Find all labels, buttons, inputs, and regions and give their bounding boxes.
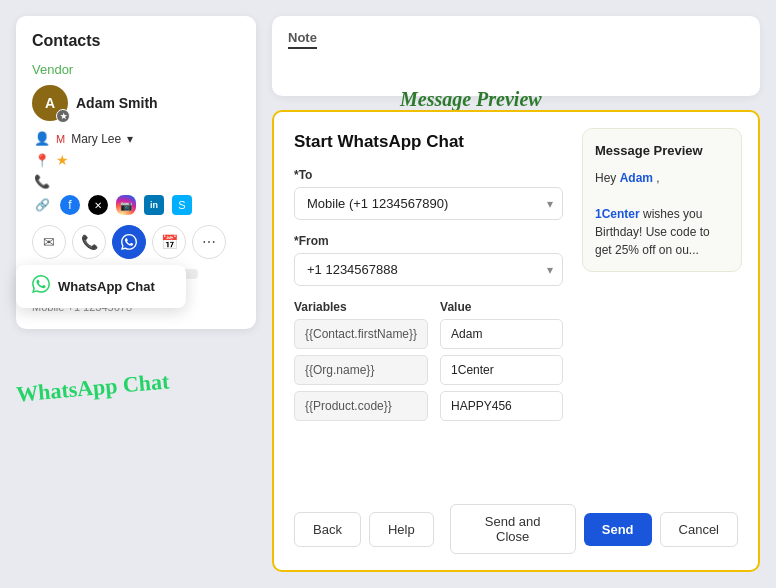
preview-name: Adam (620, 171, 653, 185)
value-col-header: Value (440, 300, 563, 314)
val-input-3[interactable] (440, 391, 563, 421)
twitter-icon[interactable]: ✕ (88, 195, 108, 215)
var-tag-1: {{Contact.firstName}} (294, 319, 428, 349)
avatar: A ★ (32, 85, 68, 121)
preview-panel-title: Message Preview (595, 141, 729, 161)
from-select[interactable]: +1 1234567888 (294, 253, 563, 286)
help-button[interactable]: Help (369, 512, 434, 547)
back-button[interactable]: Back (294, 512, 361, 547)
var-tag-3: {{Product.code}} (294, 391, 428, 421)
message-preview-panel: Message Preview Hey Adam , 1Center wishe… (582, 128, 742, 272)
mary-lee-row: 👤 M Mary Lee ▾ (32, 131, 240, 146)
to-label: *To (294, 168, 563, 182)
action-btn-3[interactable]: 📅 (152, 225, 186, 259)
to-select-wrapper: Mobile (+1 1234567890) ▾ (294, 187, 563, 220)
whatsapp-popup[interactable]: WhatsApp Chat (16, 265, 186, 308)
whatsapp-label-annotation: WhatsApp Chat (15, 368, 170, 407)
send-close-button[interactable]: Send and Close (450, 504, 576, 554)
from-select-wrapper: +1 1234567888 ▾ (294, 253, 563, 286)
action-btn-2[interactable]: 📞 (72, 225, 106, 259)
avatar-badge: ★ (56, 109, 70, 123)
preview-text: Hey Adam , 1Center wishes you Birthday! … (595, 169, 729, 259)
social-icons-row: 🔗 f ✕ 📷 in S (32, 195, 240, 215)
link-icon: 🔗 (32, 195, 52, 215)
dropdown-arrow: ▾ (127, 132, 133, 146)
variables-grid: Variables Value {{Contact.firstName}} {{… (294, 300, 563, 427)
cancel-button[interactable]: Cancel (660, 512, 738, 547)
val-input-1[interactable] (440, 319, 563, 349)
mary-lee-badge: M (56, 133, 65, 145)
from-label: *From (294, 234, 563, 248)
phone-icon: 📞 (34, 174, 50, 189)
person-icon: 👤 (34, 131, 50, 146)
skype-icon[interactable]: S (172, 195, 192, 215)
location-icon: 📍 (34, 153, 50, 168)
whatsapp-popup-text: WhatsApp Chat (58, 279, 155, 294)
instagram-icon[interactable]: 📷 (116, 195, 136, 215)
phone-row: 📞 (32, 174, 240, 189)
star-icon: ★ (56, 152, 69, 168)
location-row: 📍 ★ (32, 152, 240, 168)
modal-footer: Back Help Send and Close Send Cancel (294, 504, 738, 554)
preview-org: 1Center (595, 207, 640, 221)
contacts-title: Contacts (32, 32, 240, 50)
contact-row: A ★ Adam Smith (32, 85, 240, 121)
whatsapp-popup-icon (32, 275, 50, 298)
action-btn-whatsapp[interactable] (112, 225, 146, 259)
to-select[interactable]: Mobile (+1 1234567890) (294, 187, 563, 220)
main-container: Contacts Vendor A ★ Adam Smith 👤 M Mary … (0, 0, 776, 588)
linkedin-icon[interactable]: in (144, 195, 164, 215)
message-preview-annotation: Message Preview (400, 88, 542, 111)
modal-left: *To Mobile (+1 1234567890) ▾ *From +1 12… (294, 168, 563, 427)
send-button[interactable]: Send (584, 513, 652, 546)
vendor-label: Vendor (32, 62, 240, 77)
note-area: Note (272, 16, 760, 96)
preview-hey: Hey (595, 171, 620, 185)
action-btn-4[interactable]: ⋯ (192, 225, 226, 259)
facebook-icon[interactable]: f (60, 195, 80, 215)
variables-col-header: Variables (294, 300, 428, 314)
action-btn-1[interactable]: ✉ (32, 225, 66, 259)
contact-name: Adam Smith (76, 95, 158, 111)
whatsapp-modal: Start WhatsApp Chat *To Mobile (+1 12345… (272, 110, 760, 572)
var-tag-2: {{Org.name}} (294, 355, 428, 385)
preview-comma: , (653, 171, 660, 185)
val-input-2[interactable] (440, 355, 563, 385)
note-tab[interactable]: Note (288, 30, 317, 49)
action-buttons: ✉ 📞 📅 ⋯ (32, 225, 240, 259)
mary-lee-name: Mary Lee (71, 132, 121, 146)
